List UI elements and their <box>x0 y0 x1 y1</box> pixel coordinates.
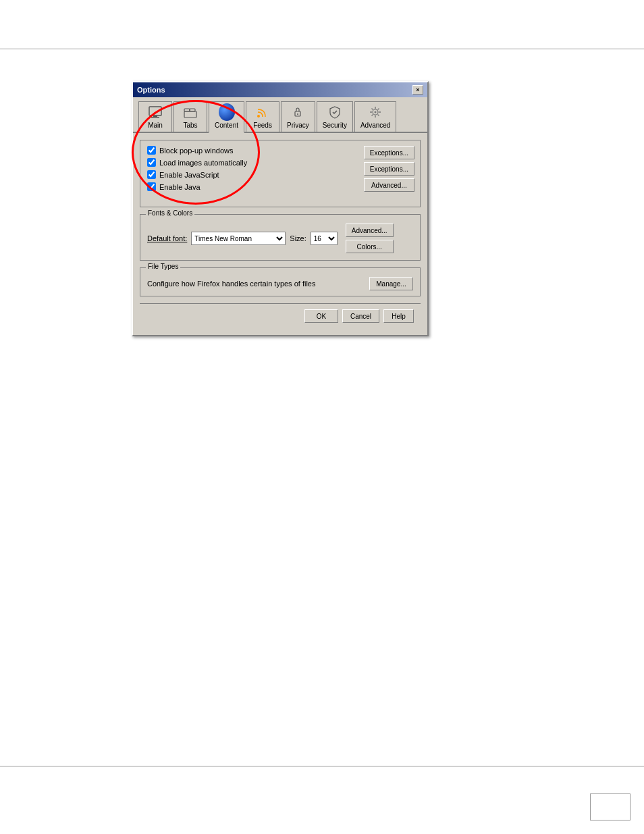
security-icon <box>327 104 343 120</box>
tab-advanced-label: Advanced <box>360 122 390 129</box>
colors-button[interactable]: Colors... <box>346 240 394 253</box>
load-images-checkbox[interactable] <box>147 158 156 167</box>
ok-button[interactable]: OK <box>304 309 338 323</box>
svg-rect-1 <box>153 115 157 117</box>
enable-js-label: Enable JavaScript <box>159 171 219 179</box>
page-top-line <box>0 49 644 49</box>
content-icon <box>219 104 235 120</box>
svg-rect-3 <box>184 109 190 111</box>
fonts-row: Default font: Times New Roman Size: 16 A… <box>147 224 413 253</box>
svg-rect-0 <box>149 107 161 115</box>
checkbox-row-java: Enable Java <box>147 182 359 191</box>
svg-rect-4 <box>184 111 196 118</box>
manage-button[interactable]: Manage... <box>369 277 413 290</box>
enable-java-checkbox[interactable] <box>147 182 156 191</box>
help-button[interactable]: Help <box>383 309 414 323</box>
svg-rect-5 <box>190 109 195 111</box>
default-font-label: Default font: <box>147 234 187 242</box>
tab-tabs-label: Tabs <box>183 122 197 129</box>
tab-content-label: Content <box>215 122 238 129</box>
advanced-js-button[interactable]: Advanced... <box>364 178 414 192</box>
fonts-section-label: Fonts & Colors <box>146 209 194 217</box>
svg-line-16 <box>378 115 379 116</box>
enable-java-label: Enable Java <box>159 183 200 191</box>
fonts-advanced-button[interactable]: Advanced... <box>346 224 394 237</box>
svg-point-8 <box>297 113 298 115</box>
main-icon <box>147 104 163 120</box>
options-dialog: Options × Main Ta <box>132 81 429 336</box>
dialog-buttons: OK Cancel Help <box>140 303 421 328</box>
exceptions-images-button[interactable]: Exceptions... <box>364 162 414 176</box>
checkbox-row-images: Load images automatically <box>147 158 359 167</box>
size-select[interactable]: 16 <box>311 232 338 245</box>
checkbox-row-js: Enable JavaScript <box>147 170 359 179</box>
tab-main-label: Main <box>148 122 163 129</box>
dialog-content: Block pop-up windows Load images automat… <box>133 133 427 335</box>
size-label: Size: <box>290 234 306 242</box>
enable-js-checkbox[interactable] <box>147 170 156 179</box>
font-select[interactable]: Times New Roman <box>191 232 286 245</box>
close-button[interactable]: × <box>412 85 423 95</box>
block-popups-checkbox[interactable] <box>147 146 156 155</box>
tab-privacy[interactable]: Privacy <box>281 101 315 132</box>
tab-privacy-label: Privacy <box>287 122 309 129</box>
tab-main[interactable]: Main <box>138 101 172 132</box>
bottom-right-box <box>590 793 630 820</box>
feeds-icon <box>254 104 271 120</box>
tab-advanced[interactable]: Advanced <box>354 101 396 132</box>
svg-line-15 <box>372 109 373 110</box>
fonts-section: Fonts & Colors Default font: Times New R… <box>140 214 421 261</box>
content-section: Block pop-up windows Load images automat… <box>140 140 421 207</box>
tab-security-label: Security <box>323 122 347 129</box>
page-bottom-line <box>0 766 644 766</box>
privacy-icon <box>290 104 306 120</box>
tab-content[interactable]: Content <box>209 101 244 133</box>
file-types-row: Configure how Firefox handles certain ty… <box>147 277 413 290</box>
load-images-label: Load images automatically <box>159 159 247 167</box>
checkbox-row-popups: Block pop-up windows <box>147 146 359 155</box>
tab-security[interactable]: Security <box>317 101 353 132</box>
tab-bar: Main Tabs Content <box>133 97 427 133</box>
dialog-title: Options <box>137 86 165 94</box>
block-popups-label: Block pop-up windows <box>159 147 233 155</box>
file-types-section: File Types Configure how Firefox handles… <box>140 267 421 296</box>
svg-point-6 <box>257 115 260 118</box>
svg-rect-2 <box>151 117 159 118</box>
svg-line-17 <box>378 109 379 110</box>
file-types-label: File Types <box>146 263 180 270</box>
svg-point-10 <box>375 111 377 113</box>
exceptions-popups-button[interactable]: Exceptions... <box>364 146 414 159</box>
tabs-icon <box>182 104 198 120</box>
tab-feeds[interactable]: Feeds <box>246 101 279 132</box>
file-types-description: Configure how Firefox handles certain ty… <box>147 280 369 288</box>
tab-feeds-label: Feeds <box>253 122 272 129</box>
dialog-titlebar: Options × <box>133 82 427 97</box>
cancel-button[interactable]: Cancel <box>342 309 379 323</box>
tab-tabs[interactable]: Tabs <box>173 101 207 132</box>
advanced-icon <box>367 104 383 120</box>
svg-line-18 <box>372 115 373 116</box>
